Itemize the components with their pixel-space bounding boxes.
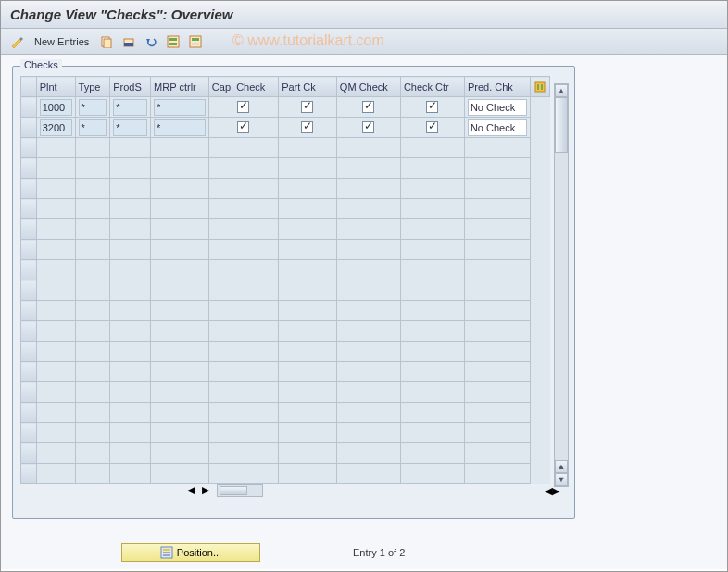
col-selector[interactable]	[21, 77, 37, 97]
cell-empty[interactable]	[336, 423, 400, 443]
cell-empty[interactable]	[208, 179, 278, 199]
cell-empty[interactable]	[151, 179, 209, 199]
row-selector[interactable]	[21, 97, 37, 118]
cell-empty[interactable]	[400, 443, 464, 464]
cell-empty[interactable]	[279, 443, 337, 464]
col-ctr[interactable]: Check Ctr	[400, 77, 464, 97]
cell-empty[interactable]	[151, 423, 209, 443]
row-selector[interactable]	[21, 280, 37, 301]
row-selector[interactable]	[21, 362, 37, 382]
cell-empty[interactable]	[464, 158, 530, 179]
cell-empty[interactable]	[110, 403, 151, 423]
checkbox[interactable]	[426, 121, 438, 133]
cell-empty[interactable]	[151, 403, 209, 423]
row-selector[interactable]	[21, 158, 37, 179]
row-selector[interactable]	[21, 342, 37, 362]
cell-empty[interactable]	[279, 240, 337, 260]
cell-empty[interactable]	[151, 219, 209, 240]
cell-empty[interactable]	[400, 260, 464, 280]
cell-empty[interactable]	[208, 240, 278, 260]
cell-empty[interactable]	[464, 260, 530, 280]
cell-empty[interactable]	[36, 280, 75, 301]
cell-empty[interactable]	[110, 280, 151, 301]
cell-empty[interactable]	[36, 260, 75, 280]
cell-empty[interactable]	[464, 403, 530, 423]
cell-empty[interactable]	[208, 342, 278, 362]
row-selector[interactable]	[21, 301, 37, 321]
row-selector[interactable]	[21, 423, 37, 443]
cell-empty[interactable]	[75, 443, 110, 464]
cell-empty[interactable]	[151, 342, 209, 362]
row-selector[interactable]	[21, 118, 37, 138]
cell-empty[interactable]	[151, 199, 209, 219]
cell-empty[interactable]	[464, 423, 530, 443]
cell-empty[interactable]	[208, 158, 278, 179]
cell-empty[interactable]	[75, 138, 110, 158]
cell-empty[interactable]	[279, 321, 337, 342]
checkbox[interactable]	[301, 121, 313, 133]
cell-empty[interactable]	[336, 199, 400, 219]
hscroll-left2-icon[interactable]: ◀	[545, 485, 552, 497]
cell-empty[interactable]	[336, 382, 400, 403]
cell-empty[interactable]	[336, 321, 400, 342]
hscroll-track[interactable]	[217, 484, 263, 497]
hscroll-right-icon[interactable]: ▶	[202, 484, 217, 497]
cell-empty[interactable]	[110, 464, 151, 484]
cell-empty[interactable]	[75, 321, 110, 342]
cell-empty[interactable]	[151, 321, 209, 342]
cell-empty[interactable]	[151, 158, 209, 179]
hscroll-left-icon[interactable]: ◀	[187, 484, 202, 497]
cell-empty[interactable]	[36, 138, 75, 158]
cell-empty[interactable]	[208, 403, 278, 423]
cell-type[interactable]: *	[75, 118, 110, 138]
cell-empty[interactable]	[464, 179, 530, 199]
cell-empty[interactable]	[36, 301, 75, 321]
position-button[interactable]: Position...	[121, 543, 260, 562]
cell-empty[interactable]	[208, 321, 278, 342]
copy-icon[interactable]	[98, 33, 115, 50]
row-selector[interactable]	[21, 382, 37, 403]
cell-empty[interactable]	[36, 443, 75, 464]
cell-empty[interactable]	[464, 443, 530, 464]
cell-empty[interactable]	[208, 382, 278, 403]
cell-empty[interactable]	[208, 138, 278, 158]
cell-empty[interactable]	[400, 219, 464, 240]
cell-empty[interactable]	[279, 138, 337, 158]
cell-empty[interactable]	[75, 423, 110, 443]
col-cap[interactable]: Cap. Check	[208, 77, 278, 97]
cell-empty[interactable]	[75, 260, 110, 280]
col-config[interactable]	[531, 77, 550, 97]
cell-empty[interactable]	[208, 362, 278, 382]
cell-empty[interactable]	[279, 423, 337, 443]
cell-empty[interactable]	[279, 342, 337, 362]
cell-empty[interactable]	[75, 382, 110, 403]
cell-prods[interactable]: *	[110, 97, 151, 118]
cell-empty[interactable]	[75, 199, 110, 219]
cell-part[interactable]	[279, 97, 337, 118]
cell-empty[interactable]	[279, 464, 337, 484]
col-qm[interactable]: QM Check	[336, 77, 400, 97]
cell-pred[interactable]: No Check	[464, 97, 530, 118]
cell-empty[interactable]	[110, 382, 151, 403]
cell-empty[interactable]	[464, 280, 530, 301]
cell-empty[interactable]	[208, 464, 278, 484]
cell-pred[interactable]: No Check	[464, 118, 530, 138]
cell-mrp[interactable]: *	[151, 118, 209, 138]
delete-icon[interactable]	[120, 33, 137, 50]
cell-empty[interactable]	[208, 423, 278, 443]
cell-empty[interactable]	[336, 362, 400, 382]
cell-empty[interactable]	[464, 240, 530, 260]
cell-empty[interactable]	[75, 280, 110, 301]
cell-empty[interactable]	[151, 362, 209, 382]
cell-empty[interactable]	[151, 443, 209, 464]
cell-empty[interactable]	[336, 260, 400, 280]
cell-empty[interactable]	[464, 138, 530, 158]
cell-empty[interactable]	[464, 382, 530, 403]
row-selector[interactable]	[21, 464, 37, 484]
row-selector[interactable]	[21, 138, 37, 158]
checkbox[interactable]	[362, 101, 374, 113]
cell-empty[interactable]	[75, 219, 110, 240]
cell-empty[interactable]	[336, 179, 400, 199]
cell-empty[interactable]	[75, 179, 110, 199]
col-part[interactable]: Part Ck	[279, 77, 337, 97]
